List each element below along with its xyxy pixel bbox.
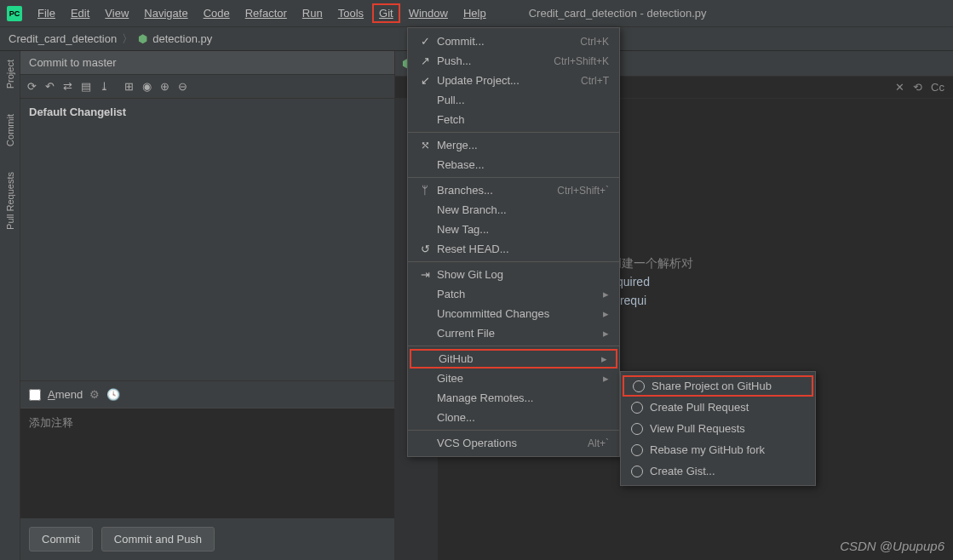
github-icon [631,423,643,435]
submenu-arrow-icon: ▸ [603,327,609,340]
menu-file[interactable]: File [31,3,62,23]
refresh-icon[interactable]: ⟳ [27,80,37,93]
menu-help[interactable]: Help [456,3,493,23]
amend-row: AAmendmend ⚙ 🕓 [20,380,394,408]
commit-message-input[interactable]: 添加注释 [20,408,394,518]
breadcrumb-project[interactable]: Credit_card_detection [9,32,117,45]
git-menu-clone-[interactable]: Clone... [408,408,619,427]
python-file-icon: ⬢ [138,32,147,45]
commit-panel-title: Commit to master [20,51,394,75]
git-menu-github[interactable]: GitHub▸ [410,349,617,369]
commit-button[interactable]: Commit [29,527,93,551]
pycharm-logo-icon: PC [7,6,22,21]
git-menu-fetch[interactable]: Fetch [408,110,619,129]
menu-window[interactable]: Window [402,3,455,23]
breadcrumb-file[interactable]: detection.py [152,32,212,45]
close-icon[interactable]: ✕ [895,81,904,94]
menu-git[interactable]: Git [372,3,400,23]
git-menu-pull-[interactable]: Pull... [408,90,619,110]
tool-commit[interactable]: Commit [5,114,15,146]
submenu-arrow-icon: ▸ [603,288,609,300]
git-menu-update-project-[interactable]: ↙Update Project...Ctrl+T [408,71,619,90]
git-menu-gitee[interactable]: Gitee▸ [408,369,619,388]
git-menu-rebase-[interactable]: Rebase... [408,155,619,174]
menu-icon: ⇥ [418,268,432,281]
git-menu-patch[interactable]: Patch▸ [408,284,619,304]
github-icon [633,380,645,392]
menu-icon: ↺ [418,243,432,255]
menu-tools[interactable]: Tools [331,3,370,23]
git-menu-uncommitted-changes[interactable]: Uncommitted Changes▸ [408,304,619,323]
default-changelist[interactable]: Default Changelist [20,99,394,380]
submenu-arrow-icon: ▸ [603,307,609,320]
match-case-button[interactable]: Cc [931,81,944,94]
collapse-icon[interactable]: ⊖ [178,80,187,93]
menu-edit[interactable]: Edit [64,3,96,23]
menu-icon: ↙ [418,74,432,87]
git-menu-merge-[interactable]: ⤲Merge... [408,135,619,155]
git-menu-new-branch-[interactable]: New Branch... [408,200,619,220]
github-submenu: Share Project on GitHubCreate Pull Reque… [620,371,816,486]
github-share-project-on-github[interactable]: Share Project on GitHub [623,375,813,397]
tool-pull-requests[interactable]: Pull Requests [5,172,15,230]
menu-code[interactable]: Code [197,3,237,23]
menu-icon: ↗ [418,54,432,67]
top-menu-bar: PC File Edit View Navigate Code Refactor… [0,0,953,27]
tool-project[interactable]: Project [5,60,15,89]
commit-and-push-button[interactable]: Commit and Push [101,527,215,551]
menu-view[interactable]: View [98,3,135,23]
git-menu-dropdown: ✓Commit...Ctrl+K↗Push...Ctrl+Shift+K↙Upd… [407,27,620,457]
expand-icon[interactable]: ⊕ [160,80,169,93]
watermark: CSDN @Upupup6 [840,539,944,553]
git-menu-show-git-log[interactable]: ⇥Show Git Log [408,265,619,284]
commit-toolbar: ⟳ ↶ ⇄ ▤ ⤓ ⊞ ◉ ⊕ ⊖ [20,75,394,99]
shelve-icon[interactable]: ⤓ [100,80,109,93]
git-menu-manage-remotes-[interactable]: Manage Remotes... [408,388,619,408]
amend-checkbox[interactable] [29,389,41,401]
git-menu-branches-[interactable]: ᛘBranches...Ctrl+Shift+` [408,180,619,200]
diff-icon[interactable]: ⇄ [63,80,72,93]
submenu-arrow-icon: ▸ [601,352,607,365]
breadcrumb-separator-icon: 〉 [122,31,133,47]
git-menu-commit-[interactable]: ✓Commit...Ctrl+K [408,31,619,51]
github-create-pull-request[interactable]: Create Pull Request [621,397,815,418]
git-menu-reset-head-[interactable]: ↺Reset HEAD... [408,239,619,259]
github-view-pull-requests[interactable]: View Pull Requests [621,418,815,439]
gear-icon[interactable]: ⚙ [89,388,100,401]
menu-icon: ⤲ [418,139,432,151]
view-icon[interactable]: ◉ [142,80,152,93]
menu-refactor[interactable]: Refactor [238,3,294,23]
rollback-icon[interactable]: ↶ [45,80,55,93]
github-icon [631,444,643,456]
github-rebase-my-github-fork[interactable]: Rebase my GitHub fork [621,439,815,460]
submenu-arrow-icon: ▸ [603,372,609,385]
menu-icon: ✓ [418,35,432,48]
amend-label: AAmendmend [48,388,83,401]
menu-icon: ᛘ [418,184,432,197]
commit-panel: Commit to master ⟳ ↶ ⇄ ▤ ⤓ ⊞ ◉ ⊕ ⊖ Defau… [20,51,395,560]
window-title: Credit_card_detection - detection.py [529,7,707,20]
group-icon[interactable]: ⊞ [124,80,134,93]
git-menu-current-file[interactable]: Current File▸ [408,323,619,343]
reload-icon[interactable]: ⟲ [913,81,922,94]
history-icon[interactable]: 🕓 [106,388,120,401]
github-create-gist-[interactable]: Create Gist... [621,460,815,482]
github-icon [631,466,643,477]
menu-run[interactable]: Run [296,3,330,23]
git-menu-push-[interactable]: ↗Push...Ctrl+Shift+K [408,51,619,71]
git-menu-vcs-operations[interactable]: VCS OperationsAlt+` [408,433,619,453]
menu-navigate[interactable]: Navigate [137,3,194,23]
git-menu-new-tag-[interactable]: New Tag... [408,220,619,239]
changelist-icon[interactable]: ▤ [81,80,91,93]
left-tool-stripe: Project Commit Pull Requests [0,51,20,560]
github-icon [631,402,643,414]
